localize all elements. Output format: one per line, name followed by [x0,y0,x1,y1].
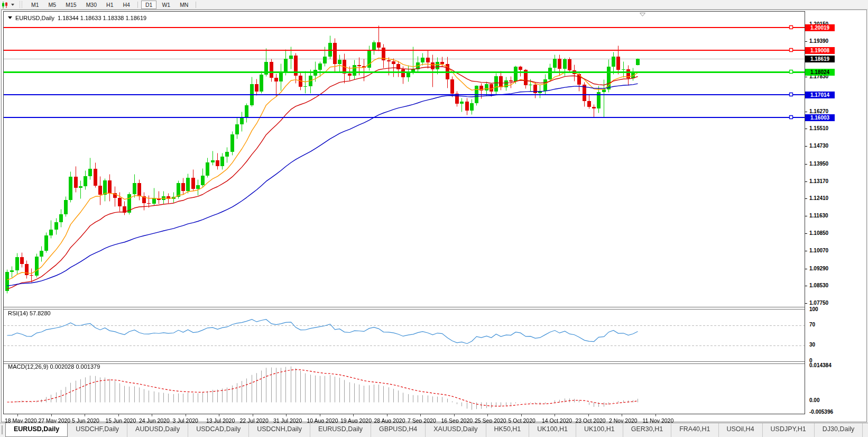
chart-tab-usdcad-daily[interactable]: USDCAD,Daily [188,423,249,437]
price-axis-label: 1.13170 [809,178,828,184]
tabbar-grip[interactable] [2,425,3,434]
chart-symbol-period: EURUSD,Daily [15,15,54,21]
date-axis-tick [253,414,253,416]
chart-title: EURUSD,Daily 1.18344 1.18633 1.18338 1.1… [8,14,146,21]
level-price-tag: 1.16003 [805,114,835,121]
macd-axis-label: -0.005396 [809,409,833,415]
price-axis-tick [805,129,807,129]
toolbar-grip[interactable] [20,1,22,8]
chart-tab-fra40-h1[interactable]: FRA40,H1 [671,423,718,437]
date-axis-tick [152,414,152,416]
date-axis-tick [17,414,18,416]
timeframe-button-m5[interactable]: M5 [44,1,61,9]
price-axis-label: 1.07750 [809,300,828,306]
rsi-axis-label: 100 [809,306,818,312]
timeframe-button-h1[interactable]: H1 [102,1,117,9]
chart-tab-bar: EURUSD,DailyUSDCHF,DailyAUDUSD,DailyUSDC… [0,423,868,437]
price-axis-tick [805,198,807,199]
chart-title-dropdown-icon[interactable] [8,16,12,21]
date-axis-tick [521,414,522,416]
chart-window: EURUSD,Daily 1.18344 1.18633 1.18338 1.1… [1,10,867,422]
price-axis-tick [805,112,807,112]
macd-axis-label: 0.014384 [809,362,832,368]
price-axis-label: 1.11630 [809,213,828,218]
rsi-panel-canvas[interactable] [4,309,805,361]
price-axis-tick [805,269,807,269]
price-axis-tick [805,303,807,304]
price-axis-tick [805,146,807,147]
price-axis-tick [805,233,807,234]
price-axis-label: 1.08530 [809,283,828,288]
date-axis-tick [622,414,622,416]
chart-tab-dj30-daily[interactable]: DJ30,Daily [815,423,863,437]
date-axis-tick [286,414,287,416]
toolbar-separator [137,2,138,8]
current-price-tag: 1.18619 [805,56,835,62]
date-axis-tick [655,414,656,416]
toolbar-separator [196,2,196,8]
chart-tab-xauusd-daily[interactable]: XAUUSD,Daily [426,423,486,437]
price-axis-label: 1.09290 [809,266,828,271]
chart-tab-audusd-daily[interactable]: AUDUSD,Daily [127,423,188,437]
timeframe-button-m1[interactable]: M1 [27,1,43,9]
macd-panel-canvas[interactable] [4,364,805,415]
price-axis-label: 1.12410 [809,195,828,201]
chart-tab-hk50-h1[interactable]: HK50,H1 [486,423,530,437]
date-axis-tick [219,414,219,416]
chart-ohlc-values: 1.18344 1.18633 1.18338 1.18619 [58,15,146,21]
mt4-trading-app: { "toolbar": { "timeframes": ["M1","M5",… [0,0,868,437]
chart-tab-gbpusd-h4[interactable]: GBPUSD,H4 [371,423,426,437]
macd-indicator-label: MACD(12,26,9) 0.002028 0.001379 [8,363,100,370]
price-axis: 1.201501.193901.178301.162701.155101.147… [805,11,866,414]
date-axis-tick [555,414,555,416]
timeframe-button-mn[interactable]: MN [176,1,192,9]
chart-tabs: EURUSD,DailyUSDCHF,DailyAUDUSD,DailyUSDC… [5,423,868,437]
level-price-tag: 1.17014 [805,92,835,98]
level-price-tag: 1.19008 [805,47,835,54]
rsi-axis-label: 30 [809,342,815,348]
price-axis-label: 1.10070 [809,248,828,253]
plot-frame [3,11,805,414]
chart-tab-uk100-h1[interactable]: UK100,H1 [529,423,576,437]
level-price-tag: 1.20019 [805,24,835,31]
chart-tab-usdjpy-h1[interactable]: USDJPY,H1 [763,423,815,437]
chart-tab-usdcnh-daily[interactable]: USDCNH,Daily [249,423,310,437]
chart-tab-china300-h1[interactable]: CHINA300,H1 [863,423,868,437]
chart-tab-uk100-h1[interactable]: UK100,H1 [576,423,623,437]
date-axis-tick [420,414,421,416]
price-axis-label: 1.19390 [809,38,828,44]
chart-tab-ger30-h1[interactable]: GER30,H1 [623,423,671,437]
date-axis-tick [186,414,186,416]
date-axis-tick [487,414,488,416]
timeframe-button-h4[interactable]: H4 [119,1,134,9]
main-chart-canvas[interactable] [4,12,805,307]
price-axis-tick [805,181,807,182]
price-axis-tick [805,164,807,165]
toolbar-dropdown-icon[interactable] [11,4,14,7]
chart-tab-eurusd-daily[interactable]: EURUSD,Daily [310,423,371,437]
rsi-indicator-label: RSI(14) 57.8280 [8,310,51,316]
timeframe-button-m30[interactable]: M30 [82,1,101,9]
chart-tab-eurusd-daily[interactable]: EURUSD,Daily [5,423,68,437]
date-axis-tick [51,414,52,416]
chart-tab-usdchf-daily[interactable]: USDCHF,Daily [68,423,127,437]
price-axis-tick [805,77,807,77]
date-axis-tick [387,414,387,416]
timeframe-button-d1[interactable]: D1 [141,1,156,9]
price-axis-label: 1.13950 [809,161,828,167]
timeframe-button-m15[interactable]: M15 [61,1,80,9]
date-axis-tick [454,414,455,416]
chart-tab-usoil-h4[interactable]: USOil,H4 [719,423,763,437]
rsi-axis-label: 70 [809,322,815,327]
date-axis-tick [353,414,354,416]
charts-toolbar-icon[interactable] [2,1,10,8]
date-axis-tick [320,414,320,416]
price-axis-label: 1.16270 [809,108,828,114]
timeframe-button-w1[interactable]: W1 [158,1,174,9]
price-axis-label: 1.14730 [809,143,828,149]
price-axis-tick [805,286,807,286]
date-axis-tick [118,414,119,416]
macd-axis-label: 0.00 [809,397,819,403]
price-axis-tick [805,251,807,251]
price-axis-label: 1.10850 [809,230,828,236]
